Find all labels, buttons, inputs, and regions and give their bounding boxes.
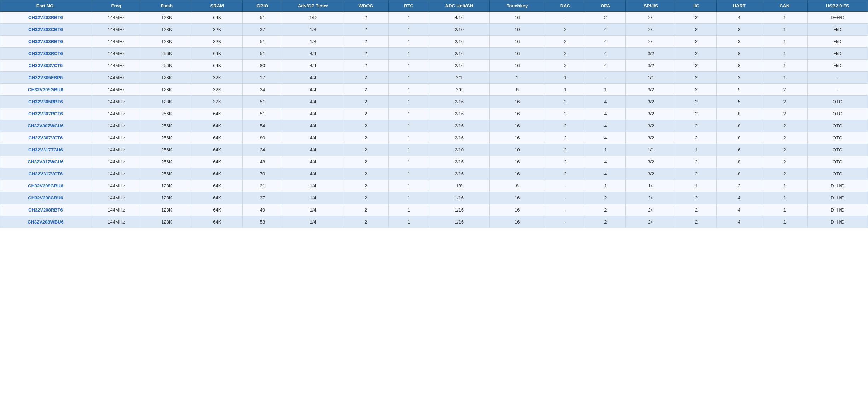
data-cell: 16 (490, 204, 545, 216)
data-cell: 16 (490, 120, 545, 132)
data-cell: 2 (585, 204, 626, 216)
data-cell: 144MHz (91, 216, 141, 228)
data-cell: 3 (717, 24, 762, 36)
data-cell: 2 (676, 60, 716, 72)
part-number-cell[interactable]: CH32V305RBT6 (0, 96, 91, 108)
part-number-cell[interactable]: CH32V303RBT6 (0, 36, 91, 48)
part-number-cell[interactable]: CH32V203RBT6 (0, 12, 91, 24)
data-cell: 64K (192, 108, 242, 120)
data-cell: 2/1 (429, 72, 490, 84)
data-cell: 2 (545, 156, 585, 168)
table-row: CH32V208RBT6144MHz128K64K491/4211/1616-2… (0, 204, 868, 216)
data-cell: 2 (343, 108, 388, 120)
data-cell: 1 (389, 108, 429, 120)
data-cell: 4 (585, 60, 626, 72)
data-cell: 2/- (626, 216, 676, 228)
data-cell: 2 (676, 48, 716, 60)
part-number-cell[interactable]: CH32V317TCU6 (0, 144, 91, 156)
part-number-cell[interactable]: CH32V208WBU6 (0, 216, 91, 228)
data-cell: 144MHz (91, 180, 141, 192)
data-cell: 16 (490, 216, 545, 228)
data-cell: 8 (717, 132, 762, 144)
data-cell: 128K (141, 216, 192, 228)
data-cell: 2 (343, 24, 388, 36)
data-cell: 2/16 (429, 156, 490, 168)
data-cell: 2 (343, 84, 388, 96)
data-cell: 1 (762, 48, 807, 60)
data-cell: 4/4 (283, 120, 343, 132)
data-cell: 4/4 (283, 156, 343, 168)
part-number-cell[interactable]: CH32V307WCU6 (0, 120, 91, 132)
data-cell: 4 (585, 156, 626, 168)
table-row: CH32V317TCU6144MHz256K64K244/4212/101021… (0, 144, 868, 156)
data-cell: 1 (490, 72, 545, 84)
col-header-adc: ADC Unit/CH (429, 0, 490, 12)
data-cell: OTG (807, 156, 868, 168)
data-cell: 1 (389, 60, 429, 72)
data-cell: 256K (141, 144, 192, 156)
data-cell: 80 (242, 132, 283, 144)
data-cell: 2 (676, 12, 716, 24)
data-cell: 2/- (626, 24, 676, 36)
data-cell: 2 (676, 204, 716, 216)
data-cell: 32K (192, 84, 242, 96)
data-cell: 1 (676, 144, 716, 156)
data-cell: 2/16 (429, 60, 490, 72)
part-number-cell[interactable]: CH32V303VCT6 (0, 60, 91, 72)
data-cell: 8 (717, 108, 762, 120)
data-cell: 3/2 (626, 96, 676, 108)
part-number-cell[interactable]: CH32V208CBU6 (0, 192, 91, 204)
data-cell: 2 (545, 168, 585, 180)
col-header-freq: Freq (91, 0, 141, 12)
data-cell: 2 (585, 12, 626, 24)
data-cell: 1 (389, 144, 429, 156)
data-cell: 1/3 (283, 36, 343, 48)
data-cell: 17 (242, 72, 283, 84)
data-cell: 51 (242, 48, 283, 60)
data-cell: - (545, 192, 585, 204)
table-row: CH32V303RCT6144MHz256K64K514/4212/161624… (0, 48, 868, 60)
data-cell: 54 (242, 120, 283, 132)
data-cell: 64K (192, 168, 242, 180)
data-cell: 4/4 (283, 168, 343, 180)
part-number-cell[interactable]: CH32V305FBP6 (0, 72, 91, 84)
data-cell: 2 (545, 132, 585, 144)
data-cell: 2 (343, 48, 388, 60)
data-cell: 32K (192, 24, 242, 36)
data-cell: 51 (242, 96, 283, 108)
data-cell: 256K (141, 48, 192, 60)
col-header-dac: DAC (545, 0, 585, 12)
col-header-can: CAN (762, 0, 807, 12)
data-cell: 8 (717, 120, 762, 132)
data-cell: 16 (490, 168, 545, 180)
part-number-cell[interactable]: CH32V317WCU6 (0, 156, 91, 168)
data-cell: 1 (389, 180, 429, 192)
data-cell: 256K (141, 60, 192, 72)
data-cell: 32K (192, 72, 242, 84)
data-cell: 1 (389, 132, 429, 144)
data-cell: 1 (545, 84, 585, 96)
data-cell: 1 (389, 36, 429, 48)
data-cell: H/D (807, 48, 868, 60)
part-number-cell[interactable]: CH32V303RCT6 (0, 48, 91, 60)
data-cell: H/D (807, 60, 868, 72)
data-cell: 2/- (626, 204, 676, 216)
part-number-cell[interactable]: CH32V208GBU6 (0, 180, 91, 192)
part-number-cell[interactable]: CH32V307RCT6 (0, 108, 91, 120)
part-number-cell[interactable]: CH32V317VCT6 (0, 168, 91, 180)
data-cell: 16 (490, 132, 545, 144)
data-cell: 2 (545, 24, 585, 36)
part-number-cell[interactable]: CH32V307VCT6 (0, 132, 91, 144)
data-cell: 32K (192, 36, 242, 48)
col-header-gpio: GPIO (242, 0, 283, 12)
part-number-cell[interactable]: CH32V305GBU6 (0, 84, 91, 96)
data-cell: 3/2 (626, 48, 676, 60)
data-cell: 2/16 (429, 96, 490, 108)
data-cell: 144MHz (91, 60, 141, 72)
part-number-cell[interactable]: CH32V208RBT6 (0, 204, 91, 216)
data-cell: 2 (343, 156, 388, 168)
part-number-cell[interactable]: CH32V303CBT6 (0, 24, 91, 36)
table-row: CH32V317VCT6144MHz256K64K704/4212/161624… (0, 168, 868, 180)
data-cell: 2 (717, 72, 762, 84)
data-cell: 3/2 (626, 108, 676, 120)
